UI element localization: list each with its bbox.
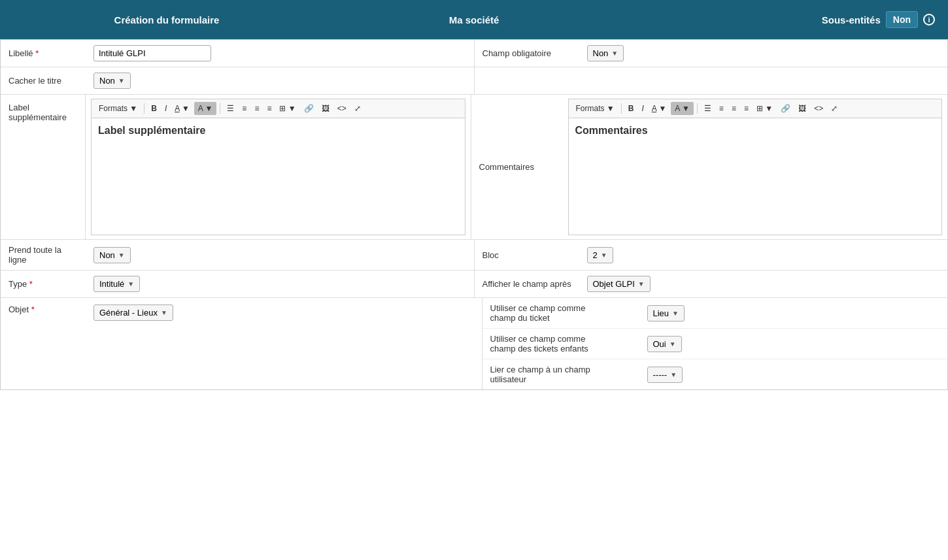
cacher-titre-value: Non (99, 76, 115, 86)
cacher-row: Cacher le titre Non ▼ (1, 67, 947, 95)
page-header: Création du formulaire Ma société Sous-e… (0, 0, 948, 39)
champ-ticket-arrow: ▼ (672, 310, 679, 317)
lier-champ-arrow: ▼ (670, 371, 677, 378)
bloc-select[interactable]: 2 ▼ (587, 247, 613, 263)
indent-left-btn-2[interactable]: ≡ (728, 102, 739, 115)
champ-obligatoire-select[interactable]: Non ▼ (587, 45, 624, 61)
font-color-btn-2[interactable]: A ▼ (649, 102, 670, 115)
afficher-select[interactable]: Objet GLPI ▼ (587, 276, 651, 292)
fullscreen-btn-1[interactable]: ⤢ (351, 102, 364, 115)
fullscreen-btn-2[interactable]: ⤢ (828, 102, 841, 115)
afficher-value: Objet GLPI (593, 279, 635, 289)
type-value: Intitulé ▼ (93, 276, 466, 292)
table-btn-2[interactable]: ⊞ ▼ (753, 102, 776, 115)
form-container: Libellé * Champ obligatoire Non ▼ Cacher… (0, 39, 948, 390)
libelle-required: * (35, 48, 39, 58)
editor1-content[interactable]: Label supplémentaire (91, 118, 466, 235)
image-btn-2[interactable]: 🖼 (795, 102, 809, 115)
bloc-label: Bloc (482, 250, 587, 260)
italic-btn-2[interactable]: I (638, 102, 647, 115)
libelle-input[interactable] (93, 45, 211, 61)
type-label: Type * (8, 279, 93, 289)
bg-color-btn-2[interactable]: A ▼ (671, 102, 694, 115)
header-sous-entites-label: Sous-entités (822, 14, 881, 25)
divider-2 (220, 103, 220, 114)
prend-ligne-label: Prend toute laligne (8, 245, 93, 265)
prend-ligne-row: Prend toute laligne Non ▼ Bloc 2 ▼ (1, 240, 947, 271)
bloc-value: 2 (593, 250, 598, 260)
editor2-content[interactable]: Commentaires (568, 118, 943, 235)
label-sup-row: Labelsupplémentaire Formats ▼ B I A ▼ A … (1, 95, 947, 240)
editor2-toolbar: Formats ▼ B I A ▼ A ▼ ☰ ≡ ≡ ≡ ⊞ ▼ 🔗 🖼 <>… (568, 99, 943, 118)
objet-required: * (31, 305, 35, 314)
editor1-cell: Formats ▼ B I A ▼ A ▼ ☰ ≡ ≡ ≡ ⊞ ▼ 🔗 🖼 <>… (86, 95, 471, 239)
cacher-right (475, 67, 948, 94)
objet-left: Objet * Général - Lieux ▼ (1, 298, 482, 389)
objet-row: Objet * Général - Lieux ▼ Utiliser ce ch… (1, 298, 947, 389)
champ-ticket-label: Utiliser ce champ commechamp du ticket (490, 303, 647, 323)
table-btn-1[interactable]: ⊞ ▼ (276, 102, 299, 115)
editors-row: Formats ▼ B I A ▼ A ▼ ☰ ≡ ≡ ≡ ⊞ ▼ 🔗 🖼 <>… (86, 95, 947, 239)
objet-value: Général - Lieux ▼ (93, 305, 474, 321)
label-sup-label: Labelsupplémentaire (1, 95, 86, 239)
indent-right-btn-2[interactable]: ≡ (741, 102, 752, 115)
champ-ticket-value: Lieu (653, 308, 669, 318)
champ-ticket-row: Utiliser ce champ commechamp du ticket L… (482, 298, 948, 329)
objet-select[interactable]: Général - Lieux ▼ (93, 305, 173, 321)
afficher-arrow: ▼ (638, 280, 645, 288)
image-btn-1[interactable]: 🖼 (318, 102, 333, 115)
bullet-btn-2[interactable]: ☰ (701, 102, 715, 115)
type-required: * (29, 279, 33, 289)
lier-champ-row: Lier ce champ à un champutilisateur ----… (482, 359, 948, 389)
header-sous-entites-value[interactable]: Non (886, 11, 918, 28)
cacher-left: Cacher le titre Non ▼ (1, 67, 475, 94)
objet-right: Utiliser ce champ commechamp du ticket L… (482, 298, 948, 389)
type-select[interactable]: Intitulé ▼ (93, 276, 140, 292)
champ-enfants-label: Utiliser ce champ commechamp des tickets… (490, 334, 647, 354)
indent-right-btn-1[interactable]: ≡ (263, 102, 275, 115)
prend-ligne-val: Non (99, 250, 115, 260)
prend-ligne-value: Non ▼ (93, 247, 466, 263)
champ-enfants-row: Utiliser ce champ commechamp des tickets… (482, 329, 948, 359)
champ-enfants-select[interactable]: Oui ▼ (647, 336, 682, 352)
afficher-label: Afficher le champ après (482, 279, 587, 289)
bloc-arrow: ▼ (601, 252, 607, 259)
champ-obligatoire-value: Non (593, 48, 609, 58)
numbered-btn-2[interactable]: ≡ (716, 102, 727, 115)
champ-enfants-value: Oui (653, 339, 666, 349)
code-btn-2[interactable]: <> (811, 102, 826, 115)
code-btn-1[interactable]: <> (334, 102, 350, 115)
info-icon[interactable]: i (923, 14, 935, 25)
editor1-text: Label supplémentaire (98, 125, 458, 137)
formats-btn-1[interactable]: Formats ▼ (95, 102, 141, 115)
prend-ligne-select[interactable]: Non ▼ (93, 247, 131, 263)
cacher-select[interactable]: Non ▼ (93, 73, 131, 89)
bullet-btn-1[interactable]: ☰ (224, 102, 237, 115)
bold-btn-2[interactable]: B (625, 102, 637, 115)
bold-btn-1[interactable]: B (148, 102, 160, 115)
lier-champ-select[interactable]: ----- ▼ (647, 367, 683, 383)
numbered-btn-1[interactable]: ≡ (239, 102, 250, 115)
type-row: Type * Intitulé ▼ Afficher le champ aprè… (1, 271, 947, 298)
libelle-label: Libellé * (8, 48, 93, 58)
champ-ticket-select[interactable]: Lieu ▼ (647, 305, 685, 321)
bg-color-btn-1[interactable]: A ▼ (194, 102, 217, 115)
prend-ligne-left: Prend toute laligne Non ▼ (1, 240, 475, 270)
libelle-right: Champ obligatoire Non ▼ (475, 40, 948, 67)
cacher-value: Non ▼ (93, 73, 466, 89)
objet-label: Objet * (8, 305, 93, 314)
lier-champ-label: Lier ce champ à un champutilisateur (490, 365, 647, 384)
italic-btn-1[interactable]: I (161, 102, 170, 115)
formats-btn-2[interactable]: Formats ▼ (573, 102, 618, 115)
link-btn-2[interactable]: 🔗 (777, 102, 794, 115)
libelle-row: Libellé * Champ obligatoire Non ▼ (1, 40, 947, 67)
font-color-btn-1[interactable]: A ▼ (171, 102, 193, 115)
libelle-left: Libellé * (1, 40, 475, 67)
link-btn-1[interactable]: 🔗 (301, 102, 317, 115)
champ-enfants-arrow: ▼ (669, 340, 676, 348)
divider-4 (697, 103, 698, 114)
header-creation-label: Création du formulaire (114, 14, 220, 25)
lier-champ-value: ----- (653, 370, 668, 380)
indent-left-btn-1[interactable]: ≡ (251, 102, 262, 115)
prend-ligne-right: Bloc 2 ▼ (475, 240, 948, 270)
